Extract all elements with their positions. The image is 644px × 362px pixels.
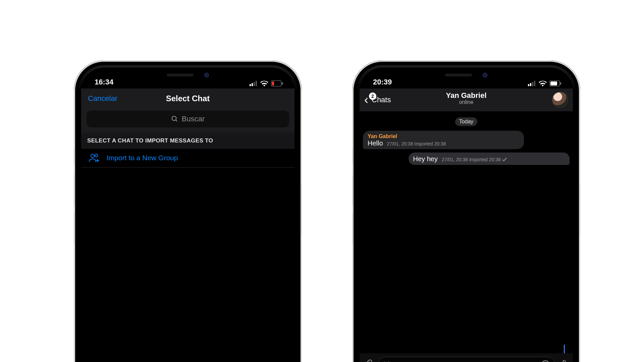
search-placeholder: Buscar bbox=[182, 115, 205, 123]
phone-chat: 20:39 ‹ 2 Chats Yan Gabriel online Today bbox=[352, 60, 580, 362]
battery-icon bbox=[549, 80, 561, 86]
avatar[interactable] bbox=[552, 92, 568, 108]
cancel-button[interactable]: Cancelar bbox=[88, 94, 117, 103]
message-meta: 27/01, 20:38 Imported 20:38 bbox=[387, 141, 446, 146]
navbar-title: Select Chat bbox=[166, 94, 210, 103]
sticker-icon[interactable] bbox=[541, 360, 550, 362]
compose-placeholder: Message bbox=[383, 360, 413, 362]
chat-header: ‹ 2 Chats Yan Gabriel online bbox=[360, 88, 573, 111]
wifi-icon bbox=[539, 80, 547, 86]
navbar: Cancelar Select Chat Buscar bbox=[81, 88, 294, 133]
svg-point-10 bbox=[95, 154, 98, 157]
svg-rect-13 bbox=[528, 84, 529, 86]
cellular-icon bbox=[250, 81, 258, 86]
section-header: SELECT A CHAT TO IMPORT MESSAGES TO bbox=[81, 133, 294, 148]
import-new-group-row[interactable]: Import to a New Group bbox=[81, 148, 294, 168]
chevron-left-icon: ‹ bbox=[364, 94, 368, 106]
mic-icon[interactable] bbox=[559, 359, 569, 362]
svg-rect-14 bbox=[530, 83, 531, 86]
message-in[interactable]: Yan Gabriel Hello 27/01, 20:38 Imported … bbox=[363, 131, 524, 149]
svg-rect-6 bbox=[272, 81, 274, 85]
new-group-icon bbox=[89, 153, 100, 163]
svg-rect-5 bbox=[282, 82, 283, 85]
day-separator: Today bbox=[455, 117, 478, 126]
svg-rect-23 bbox=[563, 360, 566, 362]
search-input[interactable]: Buscar bbox=[87, 111, 289, 127]
svg-line-8 bbox=[176, 120, 177, 122]
svg-point-20 bbox=[542, 361, 549, 362]
svg-rect-19 bbox=[550, 81, 557, 85]
chat-body[interactable]: Today Yan Gabriel Hello 27/01, 20:38 Imp… bbox=[360, 111, 573, 172]
unread-badge: 2 bbox=[369, 93, 376, 100]
svg-point-7 bbox=[172, 116, 176, 121]
svg-rect-2 bbox=[254, 82, 255, 86]
svg-rect-16 bbox=[534, 81, 535, 86]
chat-status: online bbox=[360, 99, 573, 105]
phone-select-chat: 16:34 Cancelar Select Chat Buscar SELECT… bbox=[74, 60, 302, 362]
svg-rect-18 bbox=[560, 82, 561, 85]
status-time: 16:34 bbox=[95, 78, 113, 86]
message-meta: 27/01, 20:38 Imported 20:38 bbox=[442, 157, 507, 162]
svg-rect-3 bbox=[256, 81, 257, 86]
svg-rect-0 bbox=[250, 84, 251, 86]
battery-low-icon bbox=[271, 80, 283, 86]
import-new-group-label: Import to a New Group bbox=[107, 154, 178, 162]
check-icon bbox=[502, 158, 507, 162]
message-sender: Yan Gabriel bbox=[368, 133, 519, 139]
message-out[interactable]: Hey hey 27/01, 20:38 Imported 20:38 bbox=[409, 153, 570, 165]
chat-title[interactable]: Yan Gabriel bbox=[360, 91, 573, 100]
svg-rect-1 bbox=[252, 83, 253, 86]
compose-input[interactable]: Message bbox=[378, 357, 555, 362]
back-button[interactable]: ‹ 2 Chats bbox=[364, 94, 391, 106]
wifi-icon bbox=[260, 80, 268, 86]
attach-icon[interactable] bbox=[364, 359, 374, 362]
message-text: Hello bbox=[368, 139, 383, 147]
status-time: 20:39 bbox=[373, 78, 392, 86]
svg-rect-15 bbox=[532, 82, 533, 86]
composer: Message bbox=[360, 353, 573, 362]
message-text: Hey hey bbox=[413, 155, 438, 163]
search-icon bbox=[171, 115, 178, 123]
cellular-icon bbox=[528, 81, 536, 86]
svg-point-9 bbox=[91, 154, 94, 158]
